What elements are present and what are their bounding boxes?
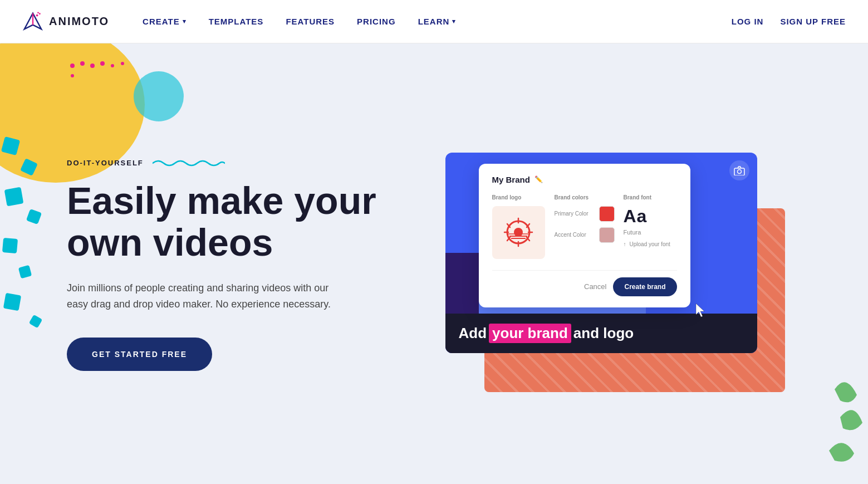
logo-link[interactable]: ANIMOTO bbox=[22, 11, 109, 32]
squiggle-deco bbox=[153, 157, 225, 169]
hero-left: DO-IT-YOURSELF Easily make your own vide… bbox=[67, 157, 401, 370]
svg-point-5 bbox=[70, 63, 75, 68]
camera-icon bbox=[734, 165, 745, 175]
upload-icon: ↑ bbox=[624, 241, 626, 247]
bottom-text-before: Add bbox=[459, 325, 487, 342]
nav-right: LOG IN SIGN UP FREE bbox=[732, 17, 846, 26]
brand-logo-label: Brand logo bbox=[492, 194, 546, 201]
svg-point-7 bbox=[90, 63, 95, 68]
create-brand-button[interactable]: Create brand bbox=[613, 277, 676, 296]
svg-rect-18 bbox=[3, 293, 21, 311]
nav-features[interactable]: FEATURES bbox=[286, 17, 335, 26]
svg-rect-13 bbox=[20, 158, 38, 176]
nav-create[interactable]: CREATE ▾ bbox=[143, 17, 187, 26]
font-preview: Aa bbox=[624, 206, 677, 227]
upload-font-label: Upload your font bbox=[630, 241, 670, 247]
primary-color-swatch[interactable] bbox=[599, 206, 615, 222]
svg-point-9 bbox=[111, 64, 114, 67]
svg-point-3 bbox=[39, 13, 41, 14]
green-brush-deco bbox=[823, 361, 868, 473]
primary-color-label: Primary Color bbox=[555, 211, 594, 217]
upload-font-row[interactable]: ↑ Upload your font bbox=[624, 241, 677, 247]
nav-pricing[interactable]: PRICING bbox=[357, 17, 396, 26]
edit-icon[interactable]: ✏️ bbox=[534, 175, 543, 183]
svg-rect-15 bbox=[26, 209, 42, 224]
svg-point-21 bbox=[737, 169, 741, 173]
svg-point-6 bbox=[80, 61, 85, 66]
camera-icon-button[interactable] bbox=[729, 160, 749, 180]
svg-point-24 bbox=[514, 228, 523, 237]
diy-label: DO-IT-YOURSELF bbox=[67, 157, 401, 169]
accent-color-swatch[interactable] bbox=[599, 227, 615, 243]
cancel-button[interactable]: Cancel bbox=[584, 282, 606, 291]
color-rows: Primary Color Accent Color bbox=[555, 206, 615, 243]
cursor-arrow bbox=[694, 302, 707, 322]
svg-point-8 bbox=[100, 61, 105, 66]
chevron-down-icon: ▾ bbox=[183, 18, 187, 25]
brand-font-label: Brand font bbox=[624, 194, 677, 201]
mockup-container: Add your brand and logo My Brand ✏️ Bran… bbox=[445, 153, 768, 375]
brand-font-col: Brand font Aa Futura ↑ Upload your font bbox=[624, 194, 677, 259]
chevron-down-icon: ▾ bbox=[452, 18, 456, 25]
teal-circle-deco bbox=[134, 71, 184, 121]
bottom-text-highlight: your brand bbox=[489, 324, 571, 343]
logo-text: ANIMOTO bbox=[49, 15, 109, 28]
diy-text: DO-IT-YOURSELF bbox=[67, 159, 144, 167]
modal-title-row: My Brand ✏️ bbox=[492, 175, 677, 184]
svg-rect-14 bbox=[4, 187, 24, 207]
blue-panel: Add your brand and logo My Brand ✏️ Bran… bbox=[445, 153, 757, 353]
teal-shapes-deco bbox=[0, 127, 56, 350]
navbar: ANIMOTO CREATE ▾ TEMPLATES FEATURES PRIC… bbox=[0, 0, 868, 43]
modal-columns: Brand logo bbox=[492, 194, 677, 259]
get-started-button[interactable]: GET STARTED FREE bbox=[67, 338, 212, 371]
nav-learn[interactable]: LEARN ▾ bbox=[418, 17, 457, 26]
brand-logo-col: Brand logo bbox=[492, 194, 546, 259]
svg-point-11 bbox=[71, 74, 74, 77]
svg-point-2 bbox=[36, 14, 38, 16]
hero-subtitle: Join millions of people creating and sha… bbox=[67, 280, 334, 312]
sun-logo-icon bbox=[499, 213, 538, 252]
font-name: Futura bbox=[624, 229, 677, 236]
login-link[interactable]: LOG IN bbox=[732, 17, 764, 26]
brand-colors-label: Brand colors bbox=[555, 194, 615, 201]
bottom-text-bar: Add your brand and logo bbox=[445, 314, 757, 353]
svg-rect-16 bbox=[2, 238, 18, 253]
svg-rect-17 bbox=[18, 265, 32, 278]
bottom-text-after: and logo bbox=[573, 325, 634, 342]
accent-color-label: Accent Color bbox=[555, 232, 594, 238]
modal-footer: Cancel Create brand bbox=[492, 270, 677, 296]
hero-right: Add your brand and logo My Brand ✏️ Bran… bbox=[401, 153, 812, 375]
nav-links: CREATE ▾ TEMPLATES FEATURES PRICING LEAR… bbox=[143, 17, 732, 26]
accent-color-row: Accent Color bbox=[555, 227, 615, 243]
nav-templates[interactable]: TEMPLATES bbox=[209, 17, 264, 26]
svg-point-4 bbox=[37, 12, 39, 13]
svg-point-10 bbox=[121, 62, 124, 65]
cursor-icon bbox=[694, 302, 707, 319]
svg-rect-19 bbox=[29, 315, 43, 329]
modal-title: My Brand bbox=[492, 175, 530, 184]
signup-link[interactable]: SIGN UP FREE bbox=[780, 17, 846, 26]
logo-icon bbox=[22, 11, 43, 32]
svg-rect-12 bbox=[1, 136, 20, 155]
brand-colors-col: Brand colors Primary Color Accent Color bbox=[555, 194, 615, 259]
brand-logo-box bbox=[492, 206, 545, 259]
primary-color-row: Primary Color bbox=[555, 206, 615, 222]
modal-card: My Brand ✏️ Brand logo bbox=[479, 164, 690, 307]
hero-title: Easily make your own videos bbox=[67, 180, 401, 263]
hero-section: DO-IT-YOURSELF Easily make your own vide… bbox=[0, 43, 868, 484]
dots-deco bbox=[67, 60, 134, 105]
